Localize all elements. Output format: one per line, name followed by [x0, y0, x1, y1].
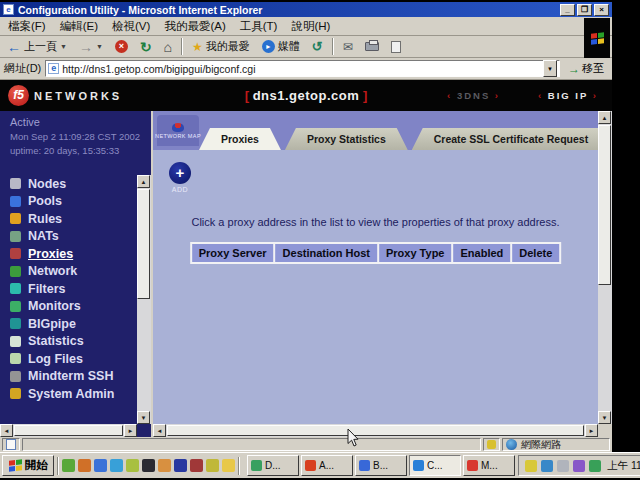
print-button[interactable]: [362, 37, 382, 57]
forward-button[interactable]: →▼: [76, 37, 106, 57]
history-button[interactable]: ↺: [309, 37, 326, 57]
menu-tools[interactable]: 工具(T): [240, 19, 278, 34]
menu-view[interactable]: 檢視(V): [112, 19, 150, 34]
window-icon: [251, 460, 262, 471]
task-window-button-active[interactable]: C...: [409, 455, 461, 476]
sidebar-item-label: Log Files: [28, 352, 83, 366]
quicklaunch-icon[interactable]: [62, 459, 75, 472]
sidebar-item-label: NATs: [28, 229, 59, 243]
menu-favorites[interactable]: 我的最愛(A): [164, 19, 225, 34]
task-window-button[interactable]: D...: [247, 455, 299, 476]
quicklaunch-icon[interactable]: [78, 459, 91, 472]
quicklaunch-icon[interactable]: [142, 459, 155, 472]
forward-dropdown-icon[interactable]: ▼: [96, 43, 103, 50]
sidebar-item-network[interactable]: Network: [10, 263, 114, 281]
scrollbar-thumb[interactable]: [167, 425, 584, 436]
sidebar-item-monitors[interactable]: Monitors: [10, 298, 114, 316]
menu-file[interactable]: 檔案(F): [8, 19, 46, 34]
minimize-button[interactable]: _: [560, 4, 575, 16]
task-window-button[interactable]: M...: [463, 455, 515, 476]
stop-button[interactable]: ×: [112, 37, 131, 57]
scroll-right-icon[interactable]: ►: [124, 424, 137, 437]
display-icon[interactable]: [557, 460, 569, 472]
sidebar-item-nats[interactable]: NATs: [10, 228, 114, 246]
mindterm-ssh-icon: [10, 371, 21, 382]
quicklaunch-icon[interactable]: [110, 459, 123, 472]
task-window-button[interactable]: A...: [301, 455, 353, 476]
add-button[interactable]: +: [169, 162, 191, 184]
sidebar-item-label: Nodes: [28, 177, 66, 191]
scrollbar-thumb[interactable]: [137, 189, 150, 299]
sidebar-item-mindterm-ssh[interactable]: Mindterm SSH: [10, 368, 114, 386]
column-header-proxy-type: Proxy Type: [379, 244, 452, 262]
tab-proxy-statistics[interactable]: Proxy Statistics: [285, 128, 408, 150]
messenger-icon[interactable]: [541, 460, 553, 472]
sidebar-item-log-files[interactable]: Log Files: [10, 350, 114, 368]
sidebar-item-bigpipe[interactable]: BIGpipe: [10, 315, 114, 333]
volume-icon[interactable]: [525, 460, 537, 472]
unit-state: Active: [10, 116, 151, 128]
scroll-up-icon[interactable]: ▲: [598, 111, 611, 124]
tab-create-ssl-certificate-request[interactable]: Create SSL Certificate Request: [412, 128, 610, 150]
sidebar-item-filters[interactable]: Filters: [10, 280, 114, 298]
go-arrow-icon: →: [568, 62, 580, 76]
task-window-button[interactable]: B...: [355, 455, 407, 476]
main-horizontal-scrollbar[interactable]: ◄ ►: [153, 424, 598, 437]
scrollbar-thumb[interactable]: [14, 425, 123, 436]
quicklaunch-icon[interactable]: [190, 459, 203, 472]
mail-button[interactable]: ✉: [340, 37, 356, 57]
sidebar-item-label: Rules: [28, 212, 62, 226]
taskbar-divider: [238, 457, 240, 475]
maximize-button[interactable]: ❐: [577, 4, 592, 16]
sidebar-item-nodes[interactable]: Nodes: [10, 175, 114, 193]
menu-edit[interactable]: 編輯(E): [60, 19, 98, 34]
refresh-button[interactable]: ↻: [137, 37, 155, 57]
close-button[interactable]: ×: [594, 4, 609, 16]
status-zone-pane: 網際網路: [502, 438, 610, 451]
quicklaunch-icon[interactable]: [158, 459, 171, 472]
sidebar: Active Mon Sep 2 11:09:28 CST 2002 uptim…: [0, 111, 151, 437]
media-button[interactable]: ▸媒體: [259, 37, 303, 57]
back-button[interactable]: ←上一頁▼: [4, 37, 70, 57]
scroll-down-icon[interactable]: ▼: [137, 411, 150, 424]
sidebar-item-pools[interactable]: Pools: [10, 193, 114, 211]
quicklaunch-icon[interactable]: [174, 459, 187, 472]
scroll-up-icon[interactable]: ▲: [137, 175, 150, 188]
home-button[interactable]: ⌂: [161, 37, 175, 57]
sidebar-item-statistics[interactable]: Statistics: [10, 333, 114, 351]
sidebar-nav: Nodes Pools Rules NATs Proxies Network F…: [10, 175, 114, 403]
quicklaunch-icon[interactable]: [222, 459, 235, 472]
quicklaunch-icon[interactable]: [206, 459, 219, 472]
sidebar-item-rules[interactable]: Rules: [10, 210, 114, 228]
sidebar-vertical-scrollbar[interactable]: ▲ ▼: [137, 175, 151, 424]
system-datetime: Mon Sep 2 11:09:28 CST 2002: [10, 131, 151, 142]
scroll-left-icon[interactable]: ◄: [0, 424, 13, 437]
start-button[interactable]: 開始: [2, 455, 54, 476]
quicklaunch-icon[interactable]: [94, 459, 107, 472]
favorites-button[interactable]: ★我的最愛: [189, 37, 253, 57]
network-tray-icon[interactable]: [589, 460, 601, 472]
scroll-right-icon[interactable]: ►: [585, 424, 598, 437]
rules-icon: [10, 213, 21, 224]
tray-app-icon[interactable]: [573, 460, 585, 472]
scroll-left-icon[interactable]: ◄: [153, 424, 166, 437]
quicklaunch-icon[interactable]: [126, 459, 139, 472]
scroll-down-icon[interactable]: ▼: [598, 411, 611, 424]
main-vertical-scrollbar[interactable]: ▲ ▼: [598, 111, 612, 424]
sidebar-item-system-admin[interactable]: System Admin: [10, 385, 114, 403]
menu-help[interactable]: 說明(H): [291, 19, 330, 34]
address-input[interactable]: [62, 63, 543, 75]
edit-button[interactable]: [388, 37, 404, 57]
back-dropdown-icon[interactable]: ▼: [60, 43, 67, 50]
sidebar-horizontal-scrollbar[interactable]: ◄ ►: [0, 424, 137, 437]
scrollbar-thumb[interactable]: [598, 125, 611, 285]
link-3dns[interactable]: ‹ 3DNS ›: [447, 90, 500, 101]
network-map-button[interactable]: NETWORK MAP: [157, 115, 199, 146]
link-bigip[interactable]: ‹ BIG IP ›: [538, 90, 598, 101]
bigpipe-icon: [10, 318, 21, 329]
go-button[interactable]: →移至: [564, 60, 608, 78]
sidebar-item-proxies[interactable]: Proxies: [10, 245, 114, 263]
pools-icon: [10, 196, 21, 207]
address-dropdown-icon[interactable]: ▼: [543, 60, 557, 77]
tab-proxies[interactable]: Proxies: [199, 128, 281, 150]
